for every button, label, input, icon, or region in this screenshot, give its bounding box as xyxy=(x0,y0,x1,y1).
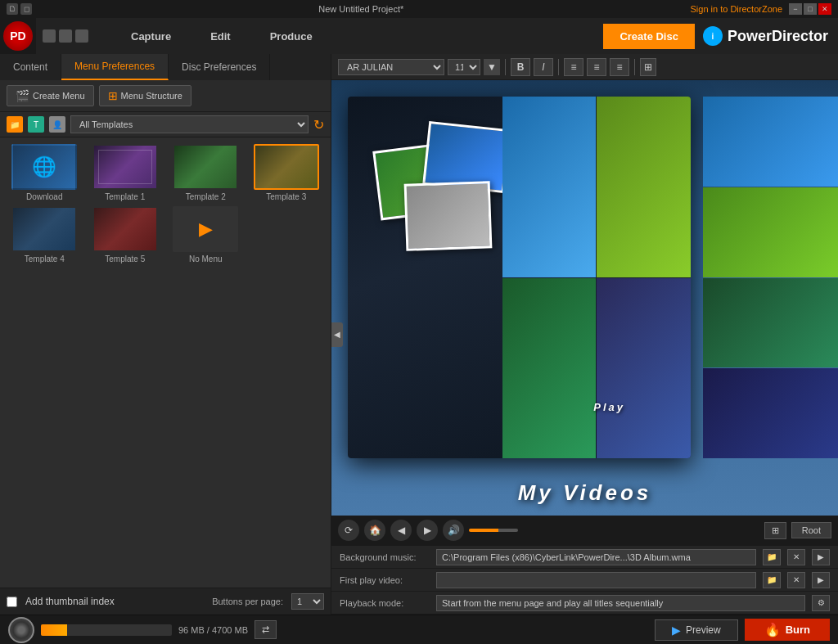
nav-produce[interactable]: Produce xyxy=(250,18,332,54)
template-2-thumb[interactable] xyxy=(173,144,238,190)
buttons-per-page-select[interactable]: 1 xyxy=(291,593,324,610)
window-icon-2: ◻ xyxy=(20,3,32,15)
music-browse-button[interactable]: 📁 xyxy=(763,549,781,565)
pd-icon: i xyxy=(703,26,723,46)
template-5-image xyxy=(94,208,156,250)
collapse-arrow[interactable]: ◀ xyxy=(331,322,343,347)
template-3-thumb[interactable] xyxy=(254,144,319,190)
first-play-remove-button[interactable]: ✕ xyxy=(787,572,805,588)
italic-button[interactable]: I xyxy=(534,58,553,76)
preview-button[interactable]: ▶ Preview xyxy=(655,619,738,641)
playback-forward-button[interactable]: ▶ xyxy=(417,520,438,541)
main-navigation: Capture Edit Produce xyxy=(95,18,603,54)
align-left-button[interactable]: ≡ xyxy=(564,58,583,76)
font-size-select[interactable]: 11 xyxy=(448,59,480,75)
playback-home-button[interactable]: 🏠 xyxy=(364,520,385,541)
template-dropdown[interactable]: All Templates xyxy=(70,115,309,133)
right-thumb-3 xyxy=(703,278,838,368)
font-size-stepper[interactable]: ▼ xyxy=(484,59,500,75)
thumbnail-index-checkbox[interactable] xyxy=(7,597,17,607)
toolbar-icon-2[interactable] xyxy=(59,29,72,43)
align-center-button[interactable]: ≡ xyxy=(587,58,606,76)
playback-mode-input[interactable] xyxy=(436,595,805,611)
refresh-button[interactable]: ↻ xyxy=(313,117,324,133)
app-logo-image: PD xyxy=(3,21,33,51)
toolbar-icon-3[interactable] xyxy=(75,29,88,43)
burn-label: Burn xyxy=(786,624,810,636)
nav-capture[interactable]: Capture xyxy=(111,18,191,54)
close-button[interactable]: ✕ xyxy=(818,3,831,15)
title-bar-left: 🗋 ◻ xyxy=(7,3,32,15)
playback-mode-settings-button[interactable]: ⚙ xyxy=(812,595,830,611)
globe-icon: 🌐 xyxy=(32,155,56,178)
maximize-button[interactable]: □ xyxy=(804,3,817,15)
window-icons: 🗋 ◻ xyxy=(7,3,32,15)
grid-photo-4 xyxy=(597,278,691,459)
background-music-row: Background music: 📁 ✕ ▶ xyxy=(331,546,838,569)
template-1[interactable]: Template 1 xyxy=(88,144,164,201)
disc-icon xyxy=(8,617,34,643)
volume-slider[interactable] xyxy=(469,529,518,532)
music-play-button[interactable]: ▶ xyxy=(812,549,830,565)
menu-structure-button[interactable]: ⊞ Menu Structure xyxy=(99,85,191,106)
sign-in-link[interactable]: Sign in to DirectorZone xyxy=(691,4,783,14)
template-2[interactable]: Template 2 xyxy=(168,144,244,201)
root-button[interactable]: Root xyxy=(791,522,831,538)
nav-edit[interactable]: Edit xyxy=(191,18,250,54)
template-download-thumb[interactable]: 🌐 xyxy=(11,144,77,190)
grid-view-button[interactable]: ⊞ xyxy=(640,58,656,76)
preview-play-icon: ▶ xyxy=(672,624,681,637)
disc-progress-fill xyxy=(41,624,67,636)
preview-area: Play My Videos xyxy=(331,80,838,516)
menu-structure-icon: ⊞ xyxy=(108,89,118,102)
template-1-thumb[interactable] xyxy=(92,144,158,190)
pd-logo-text: PowerDirector xyxy=(728,28,828,45)
nav-icons xyxy=(36,29,95,43)
tab-menu-preferences[interactable]: Menu Preferences xyxy=(61,54,169,80)
preview-label: Preview xyxy=(686,624,721,636)
playback-rewind-button[interactable]: ⟳ xyxy=(338,520,359,541)
template-download[interactable]: 🌐 Download xyxy=(7,144,83,201)
first-play-input[interactable] xyxy=(436,572,756,588)
volume-button[interactable]: 🔊 xyxy=(443,520,464,541)
template-4[interactable]: Template 4 xyxy=(7,206,83,263)
template-3[interactable]: Template 3 xyxy=(249,144,325,201)
minimize-button[interactable]: − xyxy=(789,3,802,15)
right-thumb-4 xyxy=(703,368,838,458)
background-music-input[interactable] xyxy=(436,549,756,565)
burn-button[interactable]: 🔥 Burn xyxy=(745,619,830,641)
template-4-thumb[interactable] xyxy=(11,206,77,252)
toolbar-icon-1[interactable] xyxy=(43,29,56,43)
background-music-label: Background music: xyxy=(340,552,430,562)
font-select[interactable]: AR JULIAN xyxy=(338,59,444,75)
bold-button[interactable]: B xyxy=(511,58,530,76)
template-5[interactable]: Template 5 xyxy=(88,206,164,263)
template-3-label: Template 3 xyxy=(266,192,306,201)
template-nomenu-label: No Menu xyxy=(189,254,223,263)
template-3-image xyxy=(255,146,318,188)
content-area: Content Menu Preferences Disc Preference… xyxy=(0,54,838,615)
win-controls: − □ ✕ xyxy=(789,3,831,15)
first-play-play-button[interactable]: ▶ xyxy=(812,572,830,588)
my-videos-title: My Videos xyxy=(518,480,652,506)
music-remove-button[interactable]: ✕ xyxy=(787,549,805,565)
grid-photo-1 xyxy=(502,97,597,277)
tab-content[interactable]: Content xyxy=(0,54,61,80)
photo-card-misc xyxy=(404,181,493,251)
preview-background: Play My Videos xyxy=(331,80,838,516)
template-nomenu-thumb[interactable]: ▶ xyxy=(173,206,238,252)
create-menu-icon: 🎬 xyxy=(16,89,29,102)
transfer-button[interactable]: ⇄ xyxy=(255,620,277,639)
grid-display-button[interactable]: ⊞ xyxy=(764,522,786,539)
first-play-browse-button[interactable]: 📁 xyxy=(763,572,781,588)
align-right-button[interactable]: ≡ xyxy=(610,58,629,76)
template-5-thumb[interactable] xyxy=(92,206,158,252)
create-menu-button[interactable]: 🎬 Create Menu xyxy=(7,85,94,106)
template-nomenu[interactable]: ▶ No Menu xyxy=(168,206,244,263)
folder-icon: 📁 xyxy=(7,116,23,133)
template-1-label: Template 1 xyxy=(105,192,145,201)
playback-back-button[interactable]: ◀ xyxy=(390,520,412,541)
create-disc-button[interactable]: Create Disc xyxy=(603,24,695,49)
disc-progress xyxy=(41,624,172,636)
tab-disc-preferences[interactable]: Disc Preferences xyxy=(169,54,270,80)
